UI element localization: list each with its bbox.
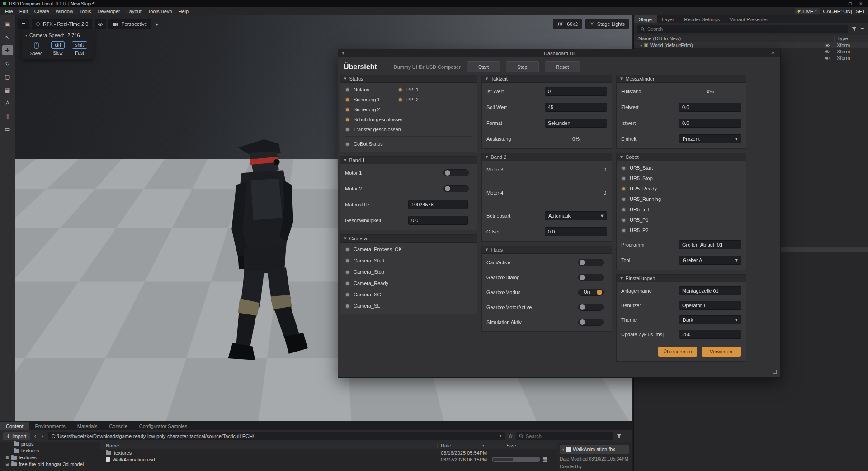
file-list-header[interactable]: Name Date ▾ Size [100, 442, 557, 449]
status-led[interactable] [345, 281, 350, 286]
tab-environments[interactable]: Environments [29, 422, 71, 430]
collapse-caret-icon[interactable]: ▾ [562, 447, 564, 452]
soll-wert-field[interactable] [545, 103, 607, 112]
filter-icon[interactable] [852, 27, 857, 31]
collapse-caret-icon[interactable]: ▼ [342, 51, 344, 55]
zielwert-field[interactable] [679, 103, 741, 112]
status-led[interactable] [345, 292, 350, 297]
status-led[interactable] [345, 247, 350, 252]
gearboxmodus-toggle[interactable]: On [578, 289, 604, 296]
pause-icon[interactable]: ∥ [2, 111, 13, 121]
reset-button[interactable]: Reset [545, 61, 580, 72]
status-led[interactable] [621, 166, 626, 171]
tab-render-settings[interactable]: Render Settings [679, 15, 725, 23]
visibility-menu-button[interactable] [95, 19, 106, 29]
einheit-dropdown[interactable]: Prozent▼ [679, 134, 741, 143]
theme-dropdown[interactable]: Dark▼ [679, 315, 741, 324]
benutzer-field[interactable] [679, 301, 741, 310]
live-button[interactable]: LIVE ▾ [795, 8, 819, 14]
tab-console[interactable]: Console [103, 422, 133, 430]
messzylinder-section-header[interactable]: ▼Messzylinder [617, 75, 746, 83]
tab-stage[interactable]: Stage [634, 15, 657, 23]
forward-icon[interactable]: › [41, 433, 45, 439]
content-search-input[interactable] [526, 433, 611, 439]
resize-handle-icon[interactable] [773, 370, 777, 374]
character-icon[interactable]: ♙ [2, 98, 13, 108]
capture-icon[interactable]: ▦ [2, 85, 13, 95]
menu-developer[interactable]: Developer [94, 9, 123, 14]
file-row[interactable]: WalkAnimation.usd 03/07/2026 06:15PM [100, 456, 557, 463]
menu-edit[interactable]: Edit [16, 9, 31, 14]
select-region-icon[interactable]: ▣ [2, 19, 13, 29]
menu-tools[interactable]: Tools [76, 9, 94, 14]
uebernehmen-button[interactable]: Übernehmen [658, 347, 697, 357]
status-led[interactable] [621, 218, 626, 223]
path-breadcrumb[interactable]: C:/Users/bvoelzke/Downloads/game-ready-l… [48, 432, 505, 440]
tab-variant-presenter[interactable]: Variant Presenter [725, 15, 773, 23]
tool-dropdown[interactable]: Greifer A▼ [679, 256, 741, 265]
status-led[interactable] [345, 117, 350, 122]
offset-field[interactable] [545, 227, 607, 236]
settings-label[interactable]: SET [856, 9, 865, 14]
menu-tools-bevo[interactable]: Tools/Bevo [145, 9, 175, 14]
cursor-select-icon[interactable]: ↖ [2, 32, 13, 42]
einstellungen-section-header[interactable]: ▼Einstellungen [617, 275, 746, 282]
anlagenname-field[interactable] [679, 286, 741, 295]
format-field[interactable] [545, 119, 607, 128]
status-led[interactable] [345, 258, 350, 263]
grid-view-icon[interactable]: ▦ [542, 456, 547, 462]
size-column-header[interactable]: Size [506, 443, 516, 448]
status-led[interactable] [621, 228, 626, 233]
visibility-eye-icon[interactable] [824, 56, 830, 61]
sort-caret-icon[interactable]: ▾ [482, 443, 484, 447]
flags-section-header[interactable]: ▼Flags [482, 246, 612, 254]
programm-field[interactable] [679, 240, 741, 249]
tree-item[interactable]: ⊞free-fire-old-hangar-3d-model [0, 461, 100, 467]
menu-layout[interactable]: Layout [123, 9, 145, 14]
status-led[interactable] [345, 97, 350, 102]
camactive-toggle[interactable] [578, 259, 604, 266]
column-divider[interactable] [503, 443, 503, 448]
content-search-box[interactable] [516, 432, 613, 440]
cobot-section-header[interactable]: ▼Cobot [617, 153, 746, 161]
tree-item[interactable]: props [0, 440, 100, 447]
menu-file[interactable]: File [2, 9, 16, 14]
simulation-aktiv-toggle[interactable] [578, 319, 604, 326]
viewport-menu-icon[interactable]: ≡ [18, 19, 29, 29]
bookmark-icon[interactable]: ☆ [508, 433, 513, 439]
motor1-toggle[interactable] [443, 169, 469, 176]
section-icon[interactable]: ▭ [2, 124, 13, 134]
tab-configurator-samples[interactable]: Configurator Samples [133, 422, 193, 430]
status-led[interactable] [345, 87, 350, 92]
status-led[interactable] [621, 197, 626, 202]
status-led[interactable] [621, 176, 626, 181]
camera-selector[interactable]: Perspective [108, 19, 151, 29]
expand-caret-icon[interactable]: ▾ [640, 43, 642, 48]
stage-column-header[interactable]: Name (Old to New) Type [634, 35, 868, 42]
selected-asset-card[interactable]: ▾ WalkAnim ation.fbx [560, 445, 629, 454]
menu-create[interactable]: Create [31, 9, 52, 14]
date-column-header[interactable]: Date [441, 443, 451, 448]
camera-section-header[interactable]: ▼Camera [340, 235, 477, 243]
tree-item[interactable]: ⊞textures [0, 454, 100, 461]
tree-expander-icon[interactable]: ⊞ [5, 462, 9, 466]
gearboxmotoractive-toggle[interactable] [578, 304, 604, 311]
tab-content[interactable]: Content [0, 422, 29, 430]
type-column-header[interactable]: Type [834, 35, 848, 42]
maximize-icon[interactable]: ▢ [848, 1, 852, 6]
verwerfen-button[interactable]: Verwerfen [702, 347, 741, 357]
menu-help[interactable]: Help [175, 9, 192, 14]
horizontal-scrollbar[interactable] [492, 457, 540, 462]
ist-wert-field[interactable] [545, 87, 607, 96]
taktzeit-section-header[interactable]: ▼Taktzeit [482, 75, 612, 83]
stage-lights-button[interactable]: ☀ Stage Lights [585, 19, 629, 29]
stage-search-box[interactable] [637, 25, 848, 33]
stage-row-world[interactable]: ▾ World (defaultPrim) Xform [634, 42, 868, 48]
name-column-header[interactable]: Name (Old to New) [634, 36, 681, 41]
status-led[interactable] [621, 186, 626, 191]
move-tool-icon[interactable]: ✚ [2, 45, 13, 55]
rotate-tool-icon[interactable]: ↻ [2, 58, 13, 68]
status-led[interactable] [398, 97, 403, 102]
path-dropdown-icon[interactable]: ▾ [500, 434, 501, 438]
tab-layer[interactable]: Layer [657, 15, 679, 23]
